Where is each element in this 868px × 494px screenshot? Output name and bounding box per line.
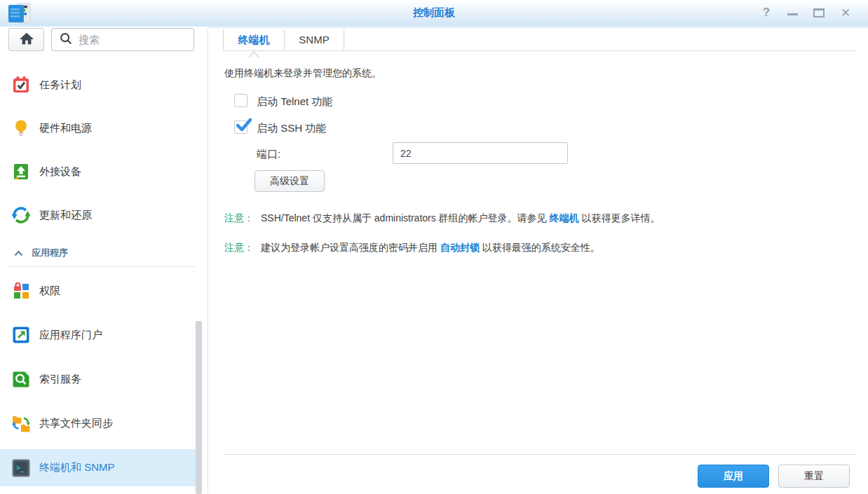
external-device-icon: [11, 162, 31, 181]
tab-terminal[interactable]: 终端机: [224, 28, 284, 51]
shared-folder-sync-icon: [11, 413, 31, 433]
checkmark-icon: [236, 118, 252, 134]
window-title: 控制面板: [0, 6, 868, 20]
sidebar-item-task-scheduler[interactable]: 任务计划: [0, 67, 196, 103]
close-button[interactable]: ✕: [837, 0, 854, 25]
search-box[interactable]: [51, 28, 194, 51]
advanced-settings-button[interactable]: 高级设置: [255, 170, 325, 192]
ssh-checkbox[interactable]: [234, 121, 247, 134]
note-text: 建议为登录帐户设置高强度的密码并启用: [261, 242, 440, 253]
update-restore-icon: [11, 205, 31, 225]
sidebar-section-divider: [8, 266, 195, 267]
note-text: 以获得最强的系统安全性。: [480, 242, 600, 253]
telnet-checkbox[interactable]: [234, 94, 247, 107]
sidebar-item-label: 共享文件夹同步: [39, 417, 113, 430]
svg-text:>_: >_: [16, 464, 25, 472]
tabbar-underline: [222, 50, 857, 51]
sidebar-item-label: 任务计划: [39, 78, 81, 92]
active-tab-caret-inner: [249, 53, 259, 58]
terminal-intro-text: 使用终端机来登录并管理您的系统。: [224, 67, 381, 80]
sidebar-divider-vertical: [208, 28, 208, 494]
sidebar-item-application-portal[interactable]: 应用程序门户: [0, 317, 196, 353]
sidebar-item-label: 硬件和电源: [39, 122, 92, 135]
privileges-icon: [11, 281, 31, 301]
home-button[interactable]: [8, 28, 44, 51]
sidebar-item-label: 应用程序门户: [39, 329, 102, 342]
sidebar-item-hardware-power[interactable]: 硬件和电源: [0, 110, 196, 146]
chevron-up-icon: [14, 247, 23, 259]
tab-separator: [344, 29, 344, 50]
task-scheduler-icon: [11, 75, 31, 95]
sidebar-section-label: 应用程序: [32, 247, 68, 259]
sidebar-item-shared-folder-sync[interactable]: 共享文件夹同步: [0, 405, 196, 441]
note-auto-block: 注意：建议为登录帐户设置高强度的密码并启用 自动封锁 以获得最强的系统安全性。: [224, 242, 600, 254]
ssh-checkbox-label[interactable]: 启动 SSH 功能: [257, 122, 326, 135]
application-portal-icon: [11, 325, 31, 345]
indexing-service-icon: [11, 369, 31, 389]
tab-snmp[interactable]: SNMP: [285, 28, 344, 51]
terminal-help-link[interactable]: 终端机: [550, 212, 579, 224]
help-button[interactable]: ?: [759, 0, 774, 25]
minimize-button[interactable]: [785, 0, 800, 25]
telnet-checkbox-label[interactable]: 启动 Telnet 功能: [257, 95, 332, 109]
search-icon: [59, 32, 73, 48]
sidebar-item-update-restore[interactable]: 更新和还原: [0, 197, 196, 233]
maximize-icon: [813, 8, 825, 18]
sidebar-item-label: 权限: [39, 284, 60, 298]
note-text: SSH/Telnet 仅支持从属于 administrators 群组的帐户登录…: [261, 212, 550, 224]
maximize-button[interactable]: [811, 0, 827, 25]
footer-divider: [224, 454, 857, 455]
sidebar-item-label: 终端机和 SNMP: [39, 461, 115, 474]
auto-block-link[interactable]: 自动封锁: [440, 242, 480, 253]
terminal-icon: >_: [11, 458, 31, 478]
sidebar-section-applications[interactable]: 应用程序: [0, 244, 196, 262]
sidebar-item-label: 外接设备: [39, 165, 81, 179]
reset-button[interactable]: 重置: [778, 465, 850, 488]
sidebar-scrollbar-thumb[interactable]: [196, 321, 202, 494]
note-tag: 注意：: [224, 242, 254, 253]
home-icon: [18, 31, 35, 49]
note-text: 以获得更多详情。: [579, 212, 660, 224]
sidebar-item-terminal-snmp[interactable]: >_ 终端机和 SNMP: [0, 449, 196, 486]
sidebar-item-label: 索引服务: [39, 373, 81, 386]
sidebar-item-privileges[interactable]: 权限: [0, 273, 196, 309]
lightbulb-icon: [11, 118, 31, 138]
search-input[interactable]: [79, 34, 184, 46]
sidebar-item-label: 更新和还原: [39, 209, 92, 222]
sidebar-item-external-devices[interactable]: 外接设备: [0, 153, 196, 190]
minimize-icon: [787, 13, 798, 15]
port-label: 端口:: [257, 148, 280, 161]
note-ssh-admin: 注意：SSH/Telnet 仅支持从属于 administrators 群组的帐…: [224, 212, 660, 225]
apply-button[interactable]: 应用: [698, 465, 769, 488]
note-tag: 注意：: [224, 212, 254, 224]
sidebar-item-indexing-service[interactable]: 索引服务: [0, 361, 196, 397]
port-input[interactable]: [393, 142, 568, 164]
